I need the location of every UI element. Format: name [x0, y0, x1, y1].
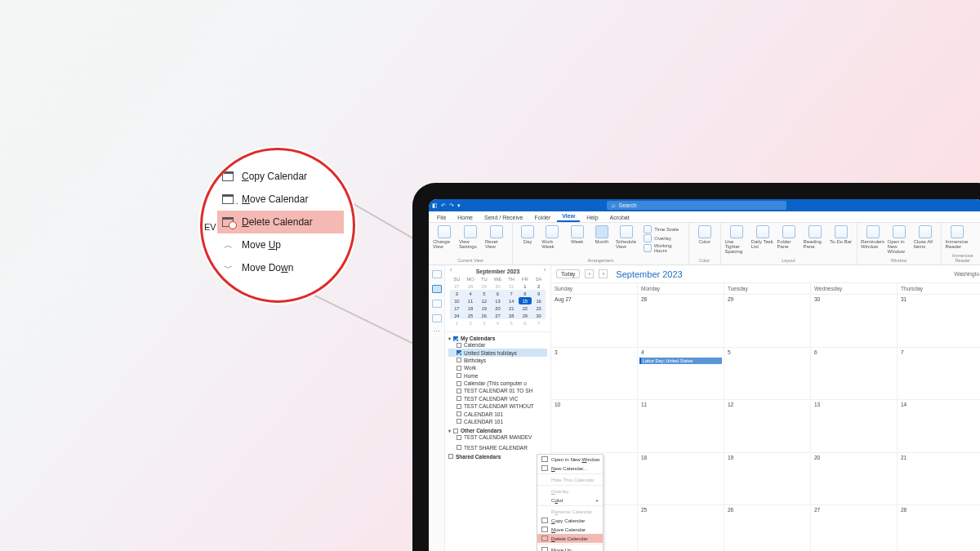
checkbox-icon[interactable]: [448, 454, 453, 459]
tighter-spacing-button[interactable]: Use Tighter Spacing: [725, 225, 748, 254]
checkbox-icon[interactable]: [457, 381, 461, 386]
todo-bar-button[interactable]: To-Do Bar: [830, 225, 853, 244]
work-week-button[interactable]: Work Week: [541, 225, 563, 249]
close-all-items-button[interactable]: Close All Items: [914, 225, 937, 249]
color-button[interactable]: Color: [693, 225, 716, 244]
ctx-item[interactable]: New Calendar...: [537, 464, 603, 473]
checkbox-icon[interactable]: [457, 396, 461, 401]
calendar-cell[interactable]: 27: [811, 505, 898, 551]
calendar-cell[interactable]: 19: [724, 453, 811, 506]
tree-item[interactable]: TEST CALENDAR 01 TO SH: [448, 387, 547, 394]
checkbox-icon[interactable]: [457, 350, 461, 355]
folder-pane-button[interactable]: Folder Pane: [777, 225, 800, 249]
week-button[interactable]: Week: [567, 225, 588, 244]
calendar-cell[interactable]: 21: [898, 453, 980, 506]
checkbox-icon[interactable]: [457, 343, 461, 348]
tree-group-my-calendars[interactable]: My Calendars: [448, 335, 547, 341]
calendar-cell[interactable]: 28: [638, 295, 724, 348]
checkbox-icon[interactable]: [453, 429, 458, 433]
calendar-cell[interactable]: 30: [811, 295, 898, 348]
checkbox-icon[interactable]: [457, 411, 461, 416]
tree-item[interactable]: CALENDAR 101: [448, 410, 547, 417]
calendar-cell[interactable]: 6: [811, 348, 898, 401]
calendar-cell[interactable]: 10: [551, 400, 638, 453]
calendar-event[interactable]: Labor Day; United States: [639, 358, 722, 364]
month-grid[interactable]: Aug 272829303134Labor Day; United States…: [551, 295, 980, 551]
minical-grid[interactable]: SUMOTUWETHFRSA27282930311234567891011121…: [450, 276, 546, 327]
tab-help[interactable]: Help: [581, 213, 603, 222]
checkbox-icon[interactable]: [457, 358, 461, 362]
rail-more-icon[interactable]: ⋯: [433, 329, 440, 334]
ctx-item[interactable]: Color▸: [537, 495, 603, 504]
ctx-item[interactable]: Open in New Window: [537, 455, 603, 464]
ctx-item[interactable]: Delete Calendar: [537, 534, 603, 543]
view-settings-button[interactable]: View Settings: [459, 225, 482, 249]
checkbox-icon[interactable]: [457, 435, 461, 440]
reminders-window-button[interactable]: Reminders Window: [862, 225, 884, 249]
calendar-cell[interactable]: 4Labor Day; United States: [638, 348, 724, 401]
menu-item-delete-calendar[interactable]: Delete Calendar: [217, 211, 344, 233]
day-button[interactable]: Day: [517, 225, 538, 244]
calendar-cell[interactable]: 28: [898, 505, 980, 551]
time-scale-button[interactable]: Time Scale: [644, 225, 684, 233]
checkbox-icon[interactable]: [457, 373, 461, 378]
ctx-item[interactable]: Copy Calendar: [537, 516, 603, 525]
tab-home[interactable]: Home: [452, 213, 478, 222]
tab-folder[interactable]: Folder: [529, 213, 555, 222]
tab-view[interactable]: View: [557, 211, 580, 222]
calendar-cell[interactable]: 5: [724, 348, 811, 401]
rail-tasks-icon[interactable]: [432, 314, 442, 322]
calendar-cell[interactable]: 13: [811, 400, 898, 453]
reading-pane-button[interactable]: Reading Pane: [804, 225, 826, 249]
working-hours-button[interactable]: Working Hours: [644, 243, 684, 253]
overlay-button[interactable]: Overlay: [644, 234, 684, 242]
change-view-button[interactable]: Change View: [433, 225, 456, 249]
tree-item[interactable]: TEST CALENDAR VIC: [448, 395, 547, 402]
ctx-item[interactable]: Move Up: [537, 545, 603, 551]
rail-calendar-icon[interactable]: [432, 285, 442, 293]
schedule-view-button[interactable]: Schedule View: [616, 225, 637, 249]
tab-file[interactable]: File: [432, 213, 451, 222]
checkbox-icon[interactable]: [457, 419, 461, 424]
calendar-cell[interactable]: 31: [898, 295, 980, 348]
calendar-cell[interactable]: Aug 27: [551, 295, 638, 348]
calendar-cell[interactable]: 25: [638, 505, 724, 551]
tree-item[interactable]: Home: [448, 372, 547, 380]
calendar-cell[interactable]: 7: [898, 348, 980, 401]
today-button[interactable]: Today: [556, 269, 580, 278]
redo-icon[interactable]: ↷: [449, 202, 454, 209]
mini-calendar[interactable]: ‹ › September 2023 SUMOTUWETHFRSA2728293…: [445, 265, 550, 332]
calendar-cell[interactable]: 14: [898, 400, 980, 453]
checkbox-icon[interactable]: [457, 366, 461, 371]
calendar-cell[interactable]: 11: [638, 400, 724, 453]
tree-item[interactable]: Calendar (This computer o: [448, 380, 547, 387]
open-new-window-button[interactable]: Open in New Window: [888, 225, 911, 254]
rail-people-icon[interactable]: [432, 300, 442, 308]
calendar-cell[interactable]: 29: [724, 295, 811, 348]
qat-dropdown-icon[interactable]: ▾: [457, 202, 461, 209]
tree-item[interactable]: Calendar: [448, 341, 547, 349]
tree-item[interactable]: Birthdays: [448, 357, 547, 364]
tab-send-receive[interactable]: Send / Receive: [479, 213, 528, 222]
reset-view-button[interactable]: Reset View: [485, 225, 508, 249]
daily-task-button[interactable]: Daily Task List: [751, 225, 774, 249]
ctx-item[interactable]: Move Calendar: [537, 525, 603, 534]
immersive-reader-button[interactable]: Immersive Reader: [946, 225, 969, 249]
next-month-button[interactable]: ›: [599, 269, 608, 278]
tree-item[interactable]: United States holidays: [448, 349, 547, 356]
tree-item[interactable]: TEST CALENDAR WITHOUT: [448, 402, 547, 410]
calendar-cell[interactable]: 12: [724, 400, 811, 453]
menu-item-move-up[interactable]: ︿ Move Up: [217, 233, 344, 256]
menu-item-move-calendar[interactable]: Move Calendar: [217, 188, 344, 211]
tree-item[interactable]: CALENDAR 101: [448, 418, 547, 425]
tree-group-shared-calendars[interactable]: Shared Calendars: [448, 454, 547, 460]
tree-item[interactable]: Work: [448, 364, 547, 371]
minical-next-icon[interactable]: ›: [544, 267, 546, 273]
checkbox-icon[interactable]: [457, 445, 461, 450]
minical-prev-icon[interactable]: ‹: [450, 267, 452, 273]
calendar-cell[interactable]: 26: [724, 505, 811, 551]
calendar-cell[interactable]: 18: [638, 453, 724, 506]
calendar-cell[interactable]: 3: [551, 348, 638, 401]
calendar-cell[interactable]: 20: [811, 453, 898, 506]
search-box[interactable]: Search: [607, 201, 786, 210]
